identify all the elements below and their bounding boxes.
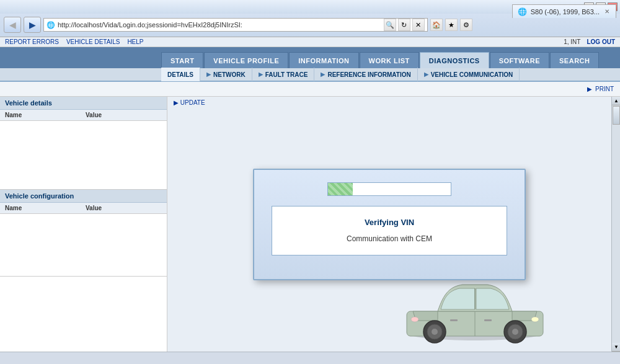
tab-close-button[interactable]: ✕: [603, 8, 611, 15]
refresh-button[interactable]: ↻: [398, 19, 410, 31]
modal-overlay: Verifying VIN Communication with CEM: [167, 97, 611, 352]
tab-software[interactable]: SOFTWARE: [490, 52, 549, 68]
value-column-header: Value: [86, 205, 162, 211]
tab-diagnostics[interactable]: DIAGNOSTICS: [420, 52, 489, 68]
arrow-icon: ▶: [424, 71, 428, 78]
subnav-network[interactable]: ▶ NETWORK: [200, 68, 252, 81]
tab-information[interactable]: INFORMATION: [289, 52, 358, 68]
tab-favicon: 🌐: [518, 7, 527, 16]
tab-vehicle-profile[interactable]: VEHICLE PROFILE: [204, 52, 288, 68]
stop-button[interactable]: ✕: [412, 19, 425, 31]
main-nav: START VEHICLE PROFILE INFORMATION WORK L…: [0, 47, 620, 68]
tab-label: S80 (-06), 1999, B63...: [531, 8, 600, 16]
logout-link[interactable]: LOG OUT: [587, 38, 615, 45]
progress-bar-bg: [327, 182, 451, 196]
arrow-icon: ▶: [259, 71, 263, 78]
report-errors-link[interactable]: REPORT ERRORS: [5, 38, 59, 45]
tab-search[interactable]: SEARCH: [550, 52, 599, 68]
vehicle-details-table-header: Name Value: [0, 110, 167, 121]
subnav-details[interactable]: DETAILS: [161, 68, 200, 81]
scroll-track: [612, 105, 620, 343]
name-column-header: Name: [5, 205, 86, 211]
tab-work-list[interactable]: WORK LIST: [360, 52, 419, 68]
home-button[interactable]: 🏠: [430, 19, 443, 31]
user-info: 1, INT: [564, 38, 580, 45]
arrow-icon: ▶: [206, 71, 211, 78]
arrow-icon: ▶: [587, 86, 592, 92]
back-icon: ◀: [9, 20, 16, 30]
browser-tab-icon: 🌐: [46, 21, 55, 29]
modal-title: Verifying VIN: [365, 218, 414, 227]
browser-tab[interactable]: 🌐 S80 (-06), 1999, B63... ✕: [512, 4, 616, 18]
print-link[interactable]: ▶ PRINT: [587, 86, 614, 92]
subnav-vehicle-comm[interactable]: ▶ VEHICLE COMMUNICATION: [418, 68, 520, 81]
vehicle-config-header: Vehicle configuration: [0, 190, 167, 203]
address-bar[interactable]: 🌐 http://localhost/Vida/Login.do;jsessio…: [43, 18, 428, 32]
status-bar: [0, 352, 620, 364]
value-column-header: Value: [86, 112, 162, 118]
scroll-thumb[interactable]: [613, 106, 620, 125]
top-menubar: REPORT ERRORS VEHICLE DETAILS HELP 1, IN…: [0, 37, 620, 47]
modal-subtitle: Communication with CEM: [347, 234, 432, 243]
scroll-down-button[interactable]: ▼: [612, 343, 620, 352]
subnav-reference-info[interactable]: ▶ REFERENCE INFORMATION: [314, 68, 417, 81]
sub-nav: DETAILS ▶ NETWORK ▶ FAULT TRACE ▶ REFERE…: [0, 68, 620, 82]
vehicle-details-rows: [0, 121, 167, 189]
vehicle-details-link[interactable]: VEHICLE DETAILS: [66, 38, 120, 45]
name-column-header: Name: [5, 112, 86, 118]
help-link[interactable]: HELP: [127, 38, 143, 45]
left-panel: Vehicle details Name Value Vehicle confi…: [0, 97, 167, 352]
vehicle-config-rows: [0, 214, 167, 276]
back-button[interactable]: ◀: [4, 17, 21, 33]
action-bar: ▶ PRINT: [0, 82, 620, 97]
scroll-up-button[interactable]: ▲: [612, 97, 620, 105]
right-scrollbar: ▲ ▼: [611, 97, 620, 352]
vida-app: REPORT ERRORS VEHICLE DETAILS HELP 1, IN…: [0, 37, 620, 364]
right-content: ▶ UPDATE Verifying VIN Communication wit: [167, 97, 611, 352]
modal-dialog: Verifying VIN Communication with CEM: [253, 169, 526, 280]
progress-bar-fill: [328, 183, 353, 195]
vehicle-details-section: Vehicle details Name Value: [0, 97, 167, 190]
tools-button[interactable]: ⚙: [460, 19, 472, 31]
browser-chrome: ─ □ ✕ ◀ ▶ 🌐 http://localhost/Vida/Login.…: [0, 0, 620, 37]
browser-toolbar: ◀ ▶ 🌐 http://localhost/Vida/Login.do;jse…: [0, 14, 620, 37]
arrow-icon: ▶: [321, 71, 325, 78]
forward-icon: ▶: [29, 20, 36, 30]
top-right-info: 1, INT LOG OUT: [564, 38, 615, 45]
favorites-button[interactable]: ★: [445, 19, 458, 31]
subnav-fault-trace[interactable]: ▶ FAULT TRACE: [252, 68, 315, 81]
url-text: http://localhost/Vida/Login.do;jsessioni…: [58, 21, 384, 29]
tab-start[interactable]: START: [161, 52, 203, 68]
forward-button[interactable]: ▶: [24, 17, 41, 33]
vehicle-config-table-header: Name Value: [0, 203, 167, 214]
vehicle-config-section: Vehicle configuration Name Value: [0, 190, 167, 277]
progress-container: [327, 182, 451, 196]
message-box: Verifying VIN Communication with CEM: [272, 206, 507, 255]
content-area: Vehicle details Name Value Vehicle confi…: [0, 97, 620, 352]
vehicle-details-header: Vehicle details: [0, 97, 167, 110]
search-button[interactable]: 🔍: [384, 19, 396, 31]
address-icons: 🔍 ↻ ✕: [384, 19, 425, 31]
